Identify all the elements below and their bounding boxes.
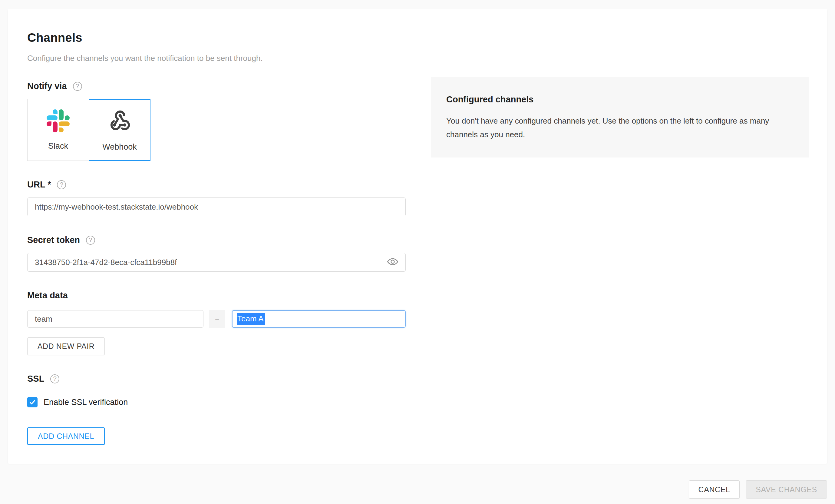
ssl-label: SSL bbox=[27, 374, 44, 384]
meta-value-input[interactable]: Team A bbox=[232, 310, 406, 328]
channel-option-slack[interactable]: Slack bbox=[27, 99, 89, 161]
meta-data-pair-row: = Team A bbox=[27, 310, 406, 328]
add-channel-button[interactable]: ADD CHANNEL bbox=[27, 427, 105, 445]
configured-channels-title: Configured channels bbox=[446, 95, 794, 104]
secret-token-help-icon[interactable]: ? bbox=[86, 236, 95, 245]
eye-icon[interactable] bbox=[386, 255, 399, 268]
url-label: URL * bbox=[27, 180, 51, 189]
channel-option-webhook-label: Webhook bbox=[102, 142, 137, 152]
channels-card: Channels Configure the channels you want… bbox=[8, 9, 827, 464]
secret-token-input[interactable] bbox=[27, 253, 406, 272]
url-input[interactable] bbox=[27, 198, 406, 216]
ssl-label-row: SSL ? bbox=[27, 374, 406, 384]
ssl-help-icon[interactable]: ? bbox=[50, 375, 59, 383]
configured-channels-panel: Configured channels You don't have any c… bbox=[431, 77, 809, 158]
url-help-icon[interactable]: ? bbox=[57, 180, 66, 189]
meta-data-label: Meta data bbox=[27, 290, 68, 300]
channel-option-slack-label: Slack bbox=[48, 141, 68, 151]
add-new-pair-button[interactable]: ADD NEW PAIR bbox=[27, 338, 105, 355]
configured-channels-empty-text: You don't have any configured channels y… bbox=[446, 114, 794, 141]
save-changes-button[interactable]: SAVE CHANGES bbox=[746, 480, 827, 499]
secret-token-field bbox=[27, 253, 406, 272]
meta-key-input[interactable] bbox=[27, 310, 203, 328]
meta-data-label-row: Meta data bbox=[27, 290, 406, 300]
channel-type-tiles: Slack Webhook bbox=[27, 99, 406, 161]
ssl-checkbox-label: Enable SSL verification bbox=[44, 398, 128, 407]
equals-sign: = bbox=[209, 310, 225, 328]
page-subtitle: Configure the channels you want the noti… bbox=[27, 54, 406, 63]
ssl-verification-checkbox[interactable] bbox=[27, 397, 38, 407]
ssl-checkbox-row: Enable SSL verification bbox=[27, 397, 406, 407]
secret-token-label-row: Secret token ? bbox=[27, 235, 406, 245]
notify-via-row: Notify via ? bbox=[27, 81, 406, 91]
url-label-row: URL * ? bbox=[27, 180, 406, 189]
page-title: Channels bbox=[27, 31, 406, 44]
notify-via-help-icon[interactable]: ? bbox=[73, 82, 82, 91]
secret-token-label: Secret token bbox=[27, 235, 80, 245]
cancel-button[interactable]: CANCEL bbox=[689, 480, 740, 499]
channel-config-column: Channels Configure the channels you want… bbox=[27, 31, 406, 445]
meta-value-selected-text: Team A bbox=[237, 313, 265, 325]
webhook-icon bbox=[107, 108, 132, 135]
notify-via-label: Notify via bbox=[27, 81, 67, 91]
checkmark-icon bbox=[29, 399, 36, 406]
footer-actions: CANCEL SAVE CHANGES bbox=[689, 480, 827, 499]
slack-logo-icon bbox=[47, 109, 69, 134]
channel-option-webhook[interactable]: Webhook bbox=[89, 99, 150, 161]
